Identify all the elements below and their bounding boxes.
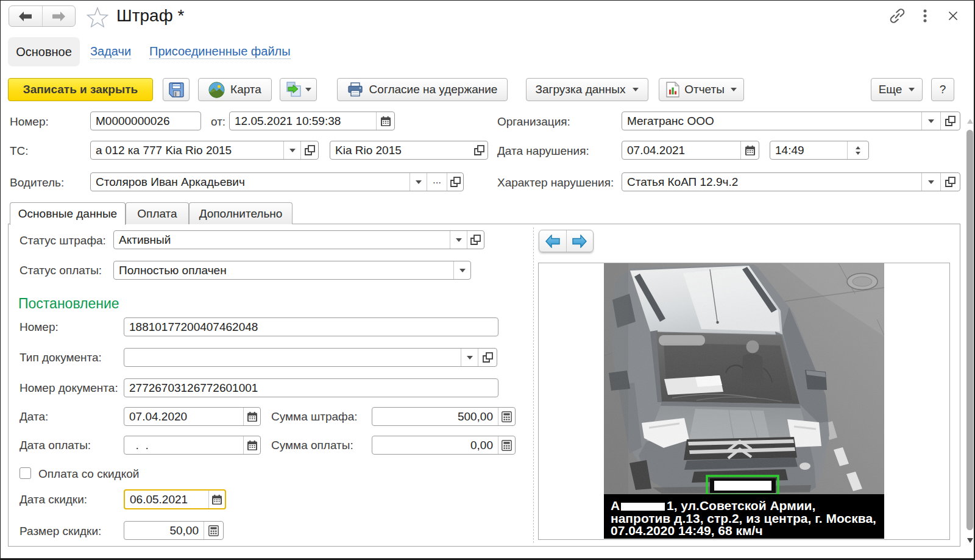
svg-text:07.04.2020 14:49, 68 км/ч: 07.04.2020 14:49, 68 км/ч xyxy=(611,523,763,537)
svg-text:1, ул.Советской Армии,: 1, ул.Советской Армии, xyxy=(667,498,815,512)
svg-text:А: А xyxy=(611,498,620,512)
